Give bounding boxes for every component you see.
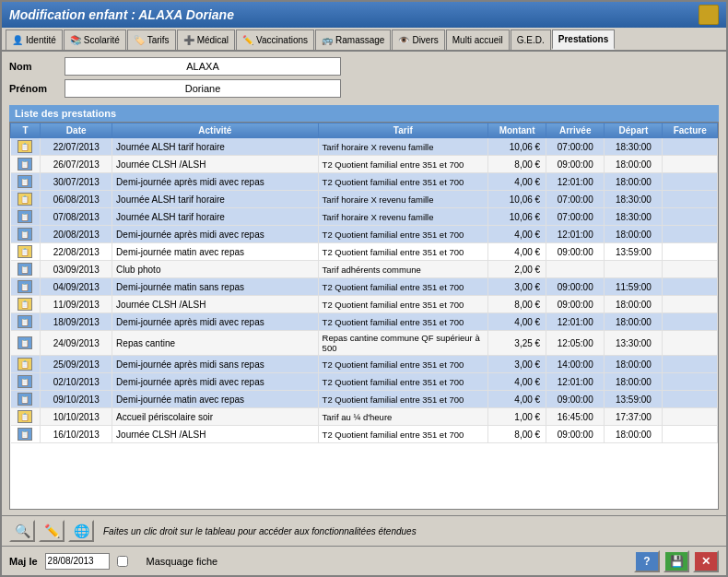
cell-t: 📋 [11, 243, 41, 261]
cell-facture [663, 313, 718, 331]
col-depart: Départ [605, 124, 663, 138]
cell-arrivee: 12:01:00 [546, 373, 605, 391]
list-header: Liste des prestations [9, 105, 719, 122]
table-row[interactable]: 📋 20/08/2013 Demi-journée après midi ave… [11, 226, 718, 243]
cell-t: 📋 [11, 331, 41, 356]
table-row[interactable]: 📋 26/07/2013 Journée CLSH /ALSH T2 Quoti… [11, 156, 718, 173]
table-row[interactable]: 📋 03/09/2013 Club photo Tarif adhérents … [11, 261, 718, 278]
maj-date-input[interactable] [45, 553, 110, 570]
cell-montant: 4,00 € [488, 226, 546, 243]
tab-ramassage[interactable]: 🚌 Ramassage [315, 29, 391, 50]
row-type-icon: 📋 [18, 375, 32, 388]
masquage-label: Masquage fiche [147, 556, 218, 567]
cell-depart: 18:00:00 [605, 313, 663, 331]
cell-date: 11/09/2013 [41, 296, 112, 313]
masquage-checkbox[interactable] [117, 556, 128, 567]
cell-facture [663, 296, 718, 313]
cell-date: 04/09/2013 [41, 278, 112, 296]
cell-montant: 8,00 € [488, 296, 546, 313]
cell-activite: Repas cantine [112, 331, 319, 356]
table-row[interactable]: 📋 06/08/2013 Journée ALSH tarif horaire … [11, 191, 718, 208]
cell-arrivee: 09:00:00 [546, 296, 605, 313]
cell-montant: 3,00 € [488, 278, 546, 296]
cell-t: 📋 [11, 296, 41, 313]
cell-arrivee: 16:45:00 [546, 408, 605, 426]
table-row[interactable]: 📋 10/10/2013 Accueil périscolaire soir T… [11, 408, 718, 426]
cell-montant: 3,25 € [488, 331, 546, 356]
table-row[interactable]: 📋 22/07/2013 Journée ALSH tarif horaire … [11, 138, 718, 156]
cell-date: 02/10/2013 [41, 373, 112, 391]
cell-depart: 18:00:00 [605, 296, 663, 313]
cell-activite: Demi-journée après midi avec repas [112, 313, 319, 331]
row-type-icon: 📋 [18, 140, 32, 153]
row-type-icon: 📋 [18, 175, 32, 188]
window-title: Modification enfant : ALAXA Doriane [9, 7, 234, 22]
status-btn-1[interactable]: 🔍 [9, 520, 35, 542]
cell-depart: 18:00:00 [605, 373, 663, 391]
cell-montant: 4,00 € [488, 313, 546, 331]
cell-activite: Demi-journée après midi avec repas [112, 226, 319, 243]
tab-scolarite[interactable]: 📚 Scolarité [64, 29, 126, 50]
cell-date: 16/10/2013 [41, 426, 112, 443]
cell-depart: 13:59:00 [605, 243, 663, 261]
cell-tarif: T2 Quotient familial entre 351 et 700 [318, 173, 487, 191]
cell-montant: 3,00 € [488, 356, 546, 373]
cell-arrivee: 12:01:00 [546, 173, 605, 191]
cell-montant: 4,00 € [488, 173, 546, 191]
row-type-icon: 📋 [18, 428, 32, 441]
cell-depart: 18:00:00 [605, 156, 663, 173]
nom-input[interactable] [65, 57, 341, 76]
table-row[interactable]: 📋 11/09/2013 Journée CLSH /ALSH T2 Quoti… [11, 296, 718, 313]
prenom-input[interactable] [65, 79, 341, 98]
cell-t: 📋 [11, 426, 41, 443]
table-row[interactable]: 📋 09/10/2013 Demi-journée matin avec rep… [11, 391, 718, 408]
table-row[interactable]: 📋 16/10/2013 Journée CLSH /ALSH T2 Quoti… [11, 426, 718, 443]
tab-tarifs[interactable]: 🏷️ Tarifs [127, 29, 176, 50]
cell-arrivee: 09:00:00 [546, 391, 605, 408]
close-button[interactable]: ✕ [693, 550, 719, 572]
table-row[interactable]: 📋 07/08/2013 Journée ALSH tarif horaire … [11, 208, 718, 226]
cell-arrivee: 09:00:00 [546, 426, 605, 443]
cell-date: 09/10/2013 [41, 391, 112, 408]
cell-depart: 18:00:00 [605, 173, 663, 191]
tab-medical[interactable]: ➕ Médical [177, 29, 235, 50]
status-icons: 🔍 ✏️ 🌐 [9, 520, 94, 542]
table-row[interactable]: 📋 24/09/2013 Repas cantine Repas cantine… [11, 331, 718, 356]
cell-t: 📋 [11, 208, 41, 226]
table-wrapper[interactable]: T Date Activité Tarif Montant Arrivée Dé… [9, 122, 719, 510]
row-type-icon: 📋 [18, 280, 32, 293]
col-montant: Montant [488, 124, 546, 138]
table-row[interactable]: 📋 02/10/2013 Demi-journée après midi ave… [11, 373, 718, 391]
row-type-icon: 📋 [18, 358, 32, 371]
cell-t: 📋 [11, 356, 41, 373]
cell-facture [663, 391, 718, 408]
cell-montant: 4,00 € [488, 243, 546, 261]
status-btn-2[interactable]: ✏️ [39, 520, 65, 542]
row-type-icon: 📋 [18, 228, 32, 241]
cell-tarif: T2 Quotient familial entre 351 et 700 [318, 356, 487, 373]
table-row[interactable]: 📋 25/09/2013 Demi-journée après midi san… [11, 356, 718, 373]
table-row[interactable]: 📋 04/09/2013 Demi-journée matin sans rep… [11, 278, 718, 296]
tab-multi-accueil[interactable]: Multi accueil [446, 29, 510, 50]
cell-facture [663, 426, 718, 443]
cell-facture [663, 208, 718, 226]
tab-divers[interactable]: 👁️ Divers [392, 29, 444, 50]
table-row[interactable]: 📋 22/08/2013 Demi-journée matin avec rep… [11, 243, 718, 261]
cell-date: 20/08/2013 [41, 226, 112, 243]
status-hint: Faites un clic droit sur le tableau pour… [103, 526, 719, 536]
save-button[interactable]: 💾 [663, 550, 689, 572]
tab-vaccinations[interactable]: ✏️ Vaccinations [236, 29, 314, 50]
help-button[interactable]: ? [634, 550, 660, 572]
tab-prestations[interactable]: Prestations [552, 29, 615, 50]
row-type-icon: 📋 [18, 410, 32, 423]
cell-tarif: Tarif adhérents commune [318, 261, 487, 278]
status-bar: 🔍 ✏️ 🌐 Faites un clic droit sur le table… [2, 515, 726, 546]
table-row[interactable]: 📋 18/09/2013 Demi-journée après midi ave… [11, 313, 718, 331]
cell-activite: Demi-journée matin sans repas [112, 278, 319, 296]
cell-t: 📋 [11, 226, 41, 243]
table-row[interactable]: 📋 30/07/2013 Demi-journée après midi ave… [11, 173, 718, 191]
tab-identite[interactable]: 👤 Identité [6, 29, 63, 50]
tab-ged[interactable]: G.E.D. [511, 29, 551, 50]
status-btn-3[interactable]: 🌐 [68, 520, 94, 542]
cell-depart: 11:59:00 [605, 278, 663, 296]
